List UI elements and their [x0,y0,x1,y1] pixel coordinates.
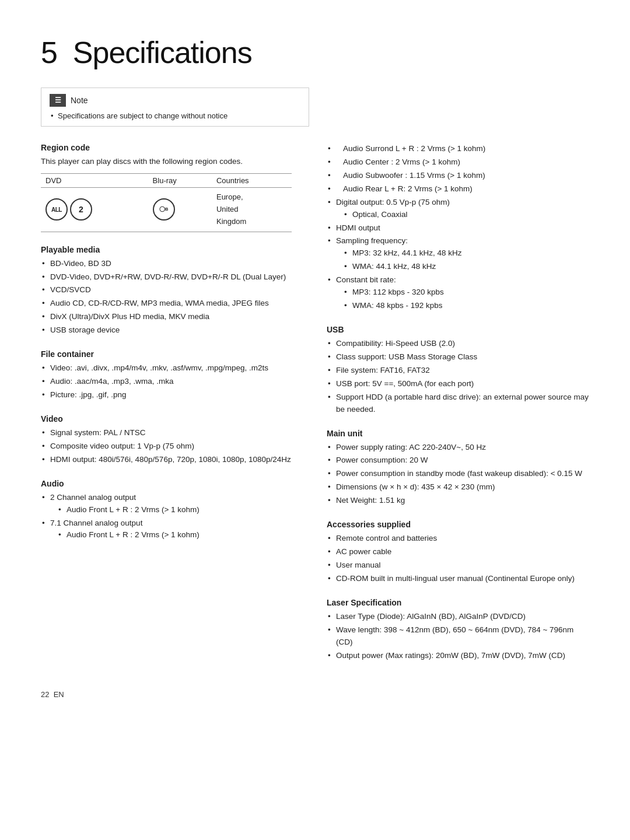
right-column: Audio Surrond L + R : 2 Vrms (> 1 kohm) … [327,143,589,667]
note-item: Specifications are subject to change wit… [50,111,300,120]
page-footer: 22 EN [41,690,589,699]
audio-title: Audio [41,479,303,488]
playable-media-list: BD-Video, BD 3D DVD-Video, DVD+R/+RW, DV… [41,258,303,337]
list-item: Remote control and batteries [327,533,589,545]
note-header: ☰ Note [50,94,300,107]
list-item: Compatibility: Hi-Speed USB (2.0) [327,338,589,350]
list-item: Constant bit rate: MP3: 112 kbps - 320 k… [327,274,589,312]
note-icon: ☰ [50,94,66,107]
disc-badge-all: ALL [46,198,68,220]
list-item: User manual [327,559,589,572]
accessories-list: Remote control and batteries AC power ca… [327,533,589,585]
list-item: Net Weight: 1.51 kg [327,495,589,507]
list-item: Audio Front L + R : 2 Vrms (> 1 kohm) [50,529,303,541]
region-countries: Europe,UnitedKingdom [212,188,292,232]
accessories-title: Accessories supplied [327,520,589,529]
file-container-list: Video: .avi, .divx, .mp4/m4v, .mkv, .asf… [41,362,303,401]
list-item: MP3: 112 kbps - 320 kpbs [336,286,589,299]
list-item: Class support: USB Mass Storage Class [327,351,589,363]
list-item: Power consumption: 20 W [327,454,589,467]
laser-title: Laser Specification [327,598,589,607]
usb-title: USB [327,325,589,334]
chapter-title: 5 Specifications [41,35,589,70]
region-dvd-badges: ALL 2 [41,188,148,232]
list-item: HDMI output: 480i/576i, 480p/576p, 720p,… [41,454,303,466]
list-item: Wave length: 398 ~ 412nm (BD), 650 ~ 664… [327,624,589,649]
list-item: BD-Video, BD 3D [41,258,303,270]
region-code-title: Region code [41,143,303,152]
list-item: AC power cable [327,546,589,558]
list-item: DivX (Ultra)/DivX Plus HD media, MKV med… [41,311,303,323]
list-item: Power consumption in standby mode (fast … [327,468,589,480]
playable-media-title: Playable media [41,245,303,254]
region-table: DVD Blu-ray Countries ALL 2 ◯B [41,173,292,232]
list-item: WMA: 44.1 kHz, 48 kHz [336,261,589,273]
list-item: Audio Surrond L + R : 2 Vrms (> 1 kohm) [327,143,589,155]
region-table-header-countries: Countries [212,174,292,188]
file-container-title: File container [41,349,303,359]
list-item: HDMI output [327,222,589,235]
disc-badge-2: 2 [70,198,92,220]
list-item: Video: .avi, .divx, .mp4/m4v, .mkv, .asf… [41,362,303,374]
region-code-desc: This player can play discs with the foll… [41,156,303,167]
list-item: Audio Front L + R : 2 Vrms (> 1 kohm) [50,504,303,516]
list-item: Sampling frequency: MP3: 32 kHz, 44.1 kH… [327,235,589,273]
list-item: 2 Channel analog output Audio Front L + … [41,492,303,516]
list-item: Picture: .jpg, .gif, .png [41,389,303,401]
usb-list: Compatibility: Hi-Speed USB (2.0) Class … [327,338,589,416]
list-item: Digital output: 0.5 Vp-p (75 ohm) Optica… [327,197,589,221]
list-item: MP3: 32 kHz, 44.1 kHz, 48 kHz [336,247,589,260]
list-item: Support HDD (a portable hard disc drive)… [327,391,589,416]
list-item: USB port: 5V ==, 500mA (for each port) [327,378,589,390]
footer-page: 22 [41,690,49,699]
list-item: Audio: .aac/m4a, .mp3, .wma, .mka [41,376,303,388]
list-item: Power supply rating: AC 220-240V~, 50 Hz [327,442,589,454]
list-item: 7.1 Channel analog output Audio Front L … [41,517,303,542]
video-list: Signal system: PAL / NTSC Composite vide… [41,427,303,466]
region-table-header-bluray: Blu-ray [148,174,212,188]
disc-badge-bd: ◯B [153,198,175,220]
main-unit-list: Power supply rating: AC 220-240V~, 50 Hz… [327,442,589,508]
list-item: WMA: 48 kpbs - 192 kpbs [336,300,589,312]
list-item: Composite video output: 1 Vp-p (75 ohm) [41,440,303,453]
list-item: Dimensions (w × h × d): 435 × 42 × 230 (… [327,481,589,494]
note-box: ☰ Note Specifications are subject to cha… [41,88,309,127]
list-item: Optical, Coaxial [336,209,589,221]
list-item: Signal system: PAL / NTSC [41,427,303,439]
list-item: Audio Center : 2 Vrms (> 1 kohm) [327,156,589,169]
list-item: Audio Rear L + R: 2 Vrms (> 1 kohm) [327,183,589,195]
main-unit-title: Main unit [327,429,589,438]
list-item: Audio Subwoofer : 1.15 Vrms (> 1 kohm) [327,170,589,182]
two-column-layout: Region code This player can play discs w… [41,143,589,667]
list-item: File system: FAT16, FAT32 [327,365,589,377]
video-title: Video [41,414,303,424]
region-bluray-badge: ◯B [148,188,212,232]
list-item: CD-ROM built in multi-lingual user manua… [327,573,589,585]
list-item: Laser Type (Diode): AlGaInN (BD), AlGaIn… [327,611,589,623]
list-item: Audio CD, CD-R/CD-RW, MP3 media, WMA med… [41,298,303,310]
list-item: VCD/SVCD [41,284,303,296]
laser-list: Laser Type (Diode): AlGaInN (BD), AlGaIn… [327,611,589,662]
audio-list: 2 Channel analog output Audio Front L + … [41,492,303,542]
audio-list-continued: Audio Surrond L + R : 2 Vrms (> 1 kohm) … [327,143,589,312]
region-table-header-dvd: DVD [41,174,148,188]
list-item: USB storage device [41,324,303,337]
list-item: Output power (Max ratings): 20mW (BD), 7… [327,650,589,662]
list-item: DVD-Video, DVD+R/+RW, DVD-R/-RW, DVD+R/-… [41,271,303,284]
note-label: Note [71,96,88,105]
region-table-row: ALL 2 ◯B Europe,UnitedKingdom [41,188,292,232]
left-column: Region code This player can play discs w… [41,143,303,667]
footer-lang: EN [54,690,64,699]
